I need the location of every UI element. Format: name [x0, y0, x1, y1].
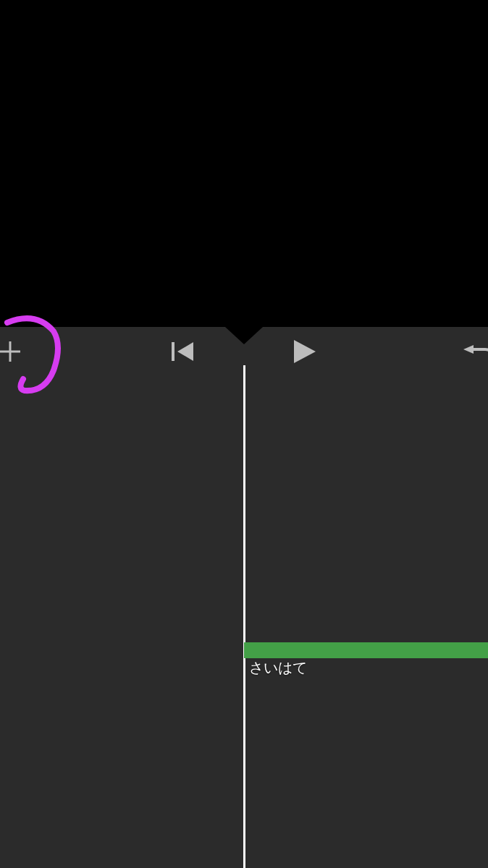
playhead[interactable] [243, 365, 245, 868]
svg-marker-3 [177, 342, 193, 361]
play-button[interactable] [290, 337, 319, 366]
video-preview [0, 0, 488, 327]
audio-clip[interactable] [244, 642, 488, 658]
audio-clip-title: さいはて [249, 659, 307, 676]
add-button[interactable] [0, 337, 25, 366]
skip-previous-icon [172, 341, 196, 362]
timeline-panel: さいはて [0, 327, 488, 868]
undo-icon [463, 339, 488, 364]
undo-button[interactable] [463, 337, 488, 366]
svg-marker-4 [294, 340, 316, 363]
svg-rect-2 [172, 342, 174, 361]
skip-to-start-button[interactable] [169, 337, 198, 366]
playhead-marker [225, 327, 263, 344]
app-root: さいはて [0, 0, 488, 868]
plus-icon [0, 339, 23, 365]
play-icon [290, 337, 319, 366]
